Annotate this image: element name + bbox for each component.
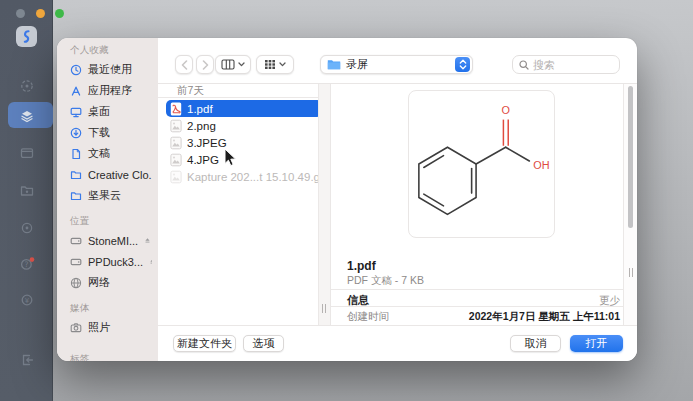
file-group-header: 前7天: [158, 84, 330, 96]
eject-icon[interactable]: [149, 257, 152, 266]
coin-icon[interactable]: ¥: [19, 292, 35, 308]
download-icon: [70, 127, 82, 139]
sidebar-item-desktop[interactable]: 桌面: [70, 101, 152, 122]
options-button[interactable]: 选项: [243, 335, 284, 352]
sidebar-item-applications[interactable]: 应用程序: [70, 80, 152, 101]
atom-label-oh: OH: [533, 159, 549, 171]
nav-button-group: [175, 55, 214, 74]
sidebar-item-network[interactable]: 网络: [70, 272, 152, 293]
forward-button[interactable]: [196, 55, 214, 74]
sidebar-item-documents[interactable]: 文稿: [70, 143, 152, 164]
traffic-light-close[interactable]: [16, 9, 25, 18]
file-name: 2.png: [187, 120, 216, 132]
mouse-cursor: [224, 148, 237, 167]
drive-icon: [70, 235, 82, 247]
sidebar-section-favorites: 个人收藏: [70, 44, 152, 57]
sidebar-item-creative-cloud[interactable]: Creative Clo...: [70, 164, 152, 185]
sidebar-item-label: StoneMI...: [88, 235, 138, 247]
sidebar-item-label: 文稿: [88, 146, 110, 161]
file-name: Kapture 202...t 15.10.49.gif: [187, 171, 322, 183]
folder-icon: [70, 169, 82, 181]
info-divider: [331, 289, 623, 290]
cancel-button[interactable]: 取消: [510, 335, 561, 352]
preview-scrollbar-track[interactable]: [623, 84, 637, 325]
file-row-1pdf[interactable]: 1.pdf: [166, 100, 322, 117]
eject-icon[interactable]: [144, 236, 152, 245]
file-list-scrollbar-track[interactable]: [318, 84, 330, 325]
apps-icon: [70, 85, 82, 97]
column-resize-grip[interactable]: [627, 268, 634, 277]
dialog-footer: 新建文件夹 选项 取消 打开: [158, 325, 637, 361]
folder-select-popup[interactable]: 录屏: [320, 55, 473, 74]
dialog-sidebar: 个人收藏 最近使用 应用程序 桌面 下载 文稿 Creative Clo... …: [57, 38, 158, 361]
sidebar-item-label: PPDuck3...: [88, 256, 143, 268]
sidebar-item-recents[interactable]: 最近使用: [70, 59, 152, 80]
folder-icon: [327, 59, 341, 70]
back-icon: [181, 60, 188, 70]
folder-select-label: 录屏: [346, 57, 368, 72]
file-row-3jpeg[interactable]: 3.JPEG: [166, 134, 322, 151]
desktop-icon: [70, 106, 82, 118]
dialog-main: 录屏 前7天 1.pdf 2.png 3.JPEG: [158, 38, 637, 361]
forward-icon: [202, 60, 209, 70]
app-logo-icon[interactable]: [16, 26, 37, 47]
new-folder-button[interactable]: 新建文件夹: [173, 335, 236, 352]
pdf-file-icon: [170, 102, 182, 116]
sidebar-item-label: 坚果云: [88, 188, 121, 203]
sidebar-item-stoneml-disk[interactable]: StoneMI...: [70, 230, 152, 251]
sidebar-item-label: 下载: [88, 125, 110, 140]
file-row-kapture-gif[interactable]: Kapture 202...t 15.10.49.gif: [166, 168, 322, 185]
preview-scrollbar-thumb[interactable]: [628, 86, 633, 228]
document-icon: [70, 148, 82, 160]
sidebar-section-locations: 位置: [70, 215, 152, 228]
back-button[interactable]: [175, 55, 193, 74]
traffic-light-zoom[interactable]: [55, 9, 64, 18]
sidebar-item-label: Creative Clo...: [88, 169, 152, 181]
file-list: 前7天 1.pdf 2.png 3.JPEG 4.JPG Kapture 202…: [158, 84, 330, 325]
media-card-icon[interactable]: [19, 145, 35, 161]
preview-pane: O OH 1.pdf PDF 文稿 - 7 KB 信息 更少 创建时间 2022…: [331, 84, 637, 325]
open-button[interactable]: 打开: [570, 335, 623, 352]
image-file-icon: [170, 136, 182, 150]
created-label: 创建时间: [347, 310, 389, 324]
search-field[interactable]: [512, 55, 620, 74]
preview-image-card: O OH: [408, 90, 555, 238]
file-name: 3.JPEG: [187, 137, 227, 149]
columns-view-icon: [221, 59, 235, 70]
help-icon[interactable]: ?: [19, 256, 35, 272]
file-group-divider: [158, 97, 330, 98]
drive-icon: [70, 256, 82, 268]
image-file-icon: [170, 170, 182, 184]
search-input[interactable]: [533, 59, 603, 71]
exit-icon[interactable]: [19, 352, 35, 368]
popup-stepper-icon[interactable]: [455, 57, 470, 72]
traffic-light-minimize[interactable]: [36, 9, 45, 18]
file-name: 1.pdf: [187, 103, 213, 115]
folder-icon: [70, 190, 82, 202]
lens-icon[interactable]: [19, 78, 35, 94]
svg-text:¥: ¥: [25, 297, 30, 305]
column-resize-grip[interactable]: [320, 304, 327, 313]
sidebar-item-label: 桌面: [88, 104, 110, 119]
chevron-down-icon: [279, 62, 286, 67]
gear-icon[interactable]: [19, 220, 35, 236]
folder-icon[interactable]: [19, 183, 35, 199]
file-row-4jpg[interactable]: 4.JPG: [166, 151, 322, 168]
info-divider: [331, 306, 623, 307]
sidebar-item-label: 最近使用: [88, 62, 132, 77]
columns-view-button[interactable]: [215, 55, 251, 74]
sidebar-item-label: 网络: [88, 275, 110, 290]
camera-icon: [70, 322, 82, 334]
preview-file-meta: PDF 文稿 - 7 KB: [347, 274, 424, 288]
sidebar-item-downloads[interactable]: 下载: [70, 122, 152, 143]
file-name: 4.JPG: [187, 154, 219, 166]
sidebar-item-nutstore[interactable]: 坚果云: [70, 185, 152, 206]
grid-view-icon: [264, 59, 276, 70]
file-row-2png[interactable]: 2.png: [166, 117, 322, 134]
sidebar-item-photos[interactable]: 照片: [70, 317, 152, 338]
grid-view-button[interactable]: [256, 55, 294, 74]
sidebar-item-label: 照片: [88, 320, 110, 335]
preview-image-benzoic-acid: O OH: [409, 91, 554, 237]
layers-icon[interactable]: [19, 108, 35, 124]
sidebar-item-ppduck-disk[interactable]: PPDuck3...: [70, 251, 152, 272]
